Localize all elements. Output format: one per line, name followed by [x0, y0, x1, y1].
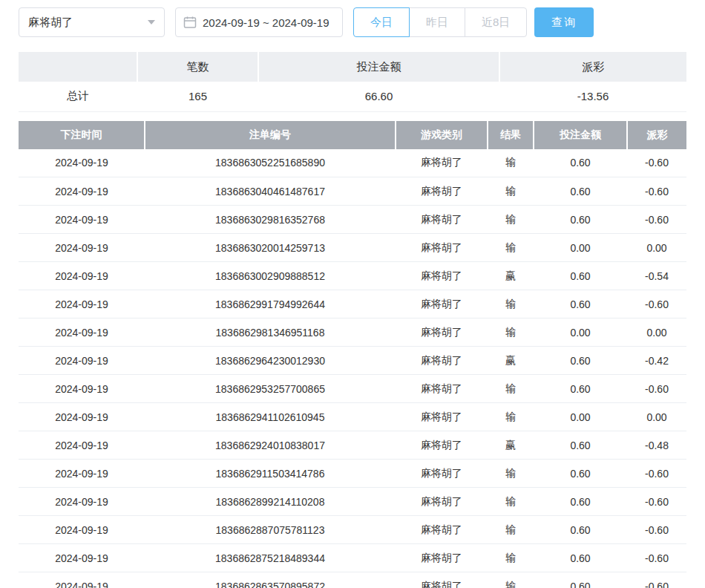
- summary-header-bet-amount: 投注金额: [258, 52, 499, 82]
- cell-payout: 0.00: [627, 403, 686, 431]
- cell-payout: -0.54: [627, 262, 686, 290]
- cell-bet: 0.60: [534, 431, 627, 460]
- cell-order_no: 1836862981346951168: [145, 318, 396, 347]
- cell-bet: 0.60: [534, 347, 627, 375]
- records-header-bet-amount: 投注金额: [534, 121, 627, 149]
- cell-date: 2024-09-19: [19, 234, 145, 262]
- game-select[interactable]: 麻将胡了: [19, 7, 165, 37]
- cell-order_no: 1836862991794992644: [145, 290, 396, 318]
- cell-game: 麻将胡了: [396, 488, 488, 516]
- cell-game: 麻将胡了: [396, 460, 488, 488]
- yesterday-button[interactable]: 昨日: [409, 7, 465, 37]
- cell-date: 2024-09-19: [19, 516, 145, 544]
- quick-date-button-group: 今日 昨日 近8日: [353, 7, 527, 37]
- table-row: 2024-09-191836862911503414786麻将胡了输0.60-0…: [19, 460, 686, 488]
- cell-result: 输: [488, 572, 534, 588]
- records-header-result: 结果: [488, 121, 534, 149]
- today-button[interactable]: 今日: [353, 7, 410, 37]
- cell-date: 2024-09-19: [19, 460, 145, 488]
- cell-game: 麻将胡了: [396, 262, 488, 290]
- table-row: 2024-09-191836863020014259713麻将胡了输0.000.…: [19, 234, 686, 262]
- cell-result: 输: [488, 516, 534, 544]
- cell-payout: -0.60: [627, 177, 686, 206]
- cell-result: 输: [488, 234, 534, 262]
- cell-result: 输: [488, 460, 534, 488]
- cell-payout: -0.48: [627, 431, 686, 460]
- page: 麻将胡了 2024-09-19 ~ 2024-09-19 今日 昨日 近8日 查…: [0, 0, 705, 588]
- cell-bet: 0.00: [534, 234, 627, 262]
- cell-game: 麻将胡了: [396, 149, 488, 177]
- cell-order_no: 1836863002909888512: [145, 262, 396, 290]
- cell-result: 输: [488, 375, 534, 403]
- records-table: 下注时间 注单编号 游戏类别 结果 投注金额 派彩 2024-09-191836…: [19, 121, 686, 588]
- table-row: 2024-09-191836863040461487617麻将胡了输0.60-0…: [19, 177, 686, 206]
- table-row: 2024-09-191836863029816352768麻将胡了输0.60-0…: [19, 206, 686, 234]
- cell-date: 2024-09-19: [19, 177, 145, 206]
- date-range-input[interactable]: 2024-09-19 ~ 2024-09-19: [175, 7, 343, 37]
- cell-date: 2024-09-19: [19, 290, 145, 318]
- summary-total-count: 165: [137, 82, 258, 111]
- cell-result: 输: [488, 544, 534, 572]
- cell-payout: -0.60: [627, 488, 686, 516]
- table-row: 2024-09-191836862887075781123麻将胡了输0.60-0…: [19, 516, 686, 544]
- last-8-days-button[interactable]: 近8日: [465, 7, 527, 37]
- cell-order_no: 1836863029816352768: [145, 206, 396, 234]
- cell-payout: -0.60: [627, 149, 686, 177]
- cell-bet: 0.60: [534, 262, 627, 290]
- cell-date: 2024-09-19: [19, 262, 145, 290]
- cell-result: 输: [488, 206, 534, 234]
- cell-order_no: 1836863052251685890: [145, 149, 396, 177]
- cell-order_no: 1836862899214110208: [145, 488, 396, 516]
- cell-bet: 0.60: [534, 149, 627, 177]
- toolbar: 麻将胡了 2024-09-19 ~ 2024-09-19 今日 昨日 近8日 查…: [19, 7, 686, 37]
- summary-header-payout: 派彩: [499, 52, 686, 82]
- cell-date: 2024-09-19: [19, 544, 145, 572]
- cell-game: 麻将胡了: [396, 516, 488, 544]
- cell-bet: 0.60: [534, 206, 627, 234]
- cell-date: 2024-09-19: [19, 347, 145, 375]
- cell-bet: 0.60: [534, 488, 627, 516]
- cell-date: 2024-09-19: [19, 572, 145, 588]
- chevron-down-icon: [148, 20, 155, 24]
- cell-payout: 0.00: [627, 234, 686, 262]
- summary-header-row: 笔数 投注金额 派彩: [19, 52, 686, 82]
- cell-order_no: 1836862953257700865: [145, 375, 396, 403]
- table-row: 2024-09-191836862899214110208麻将胡了输0.60-0…: [19, 488, 686, 516]
- table-row: 2024-09-191836862863570895872麻将胡了输0.60-0…: [19, 572, 686, 588]
- cell-payout: -0.60: [627, 516, 686, 544]
- cell-date: 2024-09-19: [19, 206, 145, 234]
- cell-date: 2024-09-19: [19, 149, 145, 177]
- records-header-row: 下注时间 注单编号 游戏类别 结果 投注金额 派彩: [19, 121, 686, 149]
- game-select-value: 麻将胡了: [28, 16, 73, 30]
- cell-bet: 0.60: [534, 572, 627, 588]
- cell-date: 2024-09-19: [19, 431, 145, 460]
- records-header-bet-time: 下注时间: [19, 121, 145, 149]
- cell-bet: 0.60: [534, 516, 627, 544]
- cell-result: 赢: [488, 262, 534, 290]
- cell-order_no: 1836862964230012930: [145, 347, 396, 375]
- cell-order_no: 1836862887075781123: [145, 516, 396, 544]
- cell-date: 2024-09-19: [19, 375, 145, 403]
- cell-bet: 0.60: [534, 375, 627, 403]
- table-row: 2024-09-191836863002909888512麻将胡了赢0.60-0…: [19, 262, 686, 290]
- cell-result: 输: [488, 488, 534, 516]
- query-button[interactable]: 查询: [534, 7, 594, 37]
- cell-payout: -0.42: [627, 347, 686, 375]
- cell-game: 麻将胡了: [396, 290, 488, 318]
- table-row: 2024-09-191836862981346951168麻将胡了输0.000.…: [19, 318, 686, 347]
- cell-payout: -0.60: [627, 572, 686, 588]
- calendar-icon: [183, 16, 197, 29]
- cell-game: 麻将胡了: [396, 544, 488, 572]
- summary-header-empty: [19, 52, 137, 82]
- cell-game: 麻将胡了: [396, 572, 488, 588]
- cell-payout: -0.60: [627, 460, 686, 488]
- cell-game: 麻将胡了: [396, 403, 488, 431]
- cell-result: 赢: [488, 431, 534, 460]
- table-row: 2024-09-191836862941102610945麻将胡了输0.000.…: [19, 403, 686, 431]
- table-row: 2024-09-191836862924010838017麻将胡了赢0.60-0…: [19, 431, 686, 460]
- summary-total-row: 总计 165 66.60 -13.56: [19, 82, 686, 111]
- cell-game: 麻将胡了: [396, 431, 488, 460]
- cell-result: 输: [488, 403, 534, 431]
- table-row: 2024-09-191836862953257700865麻将胡了输0.60-0…: [19, 375, 686, 403]
- cell-game: 麻将胡了: [396, 318, 488, 347]
